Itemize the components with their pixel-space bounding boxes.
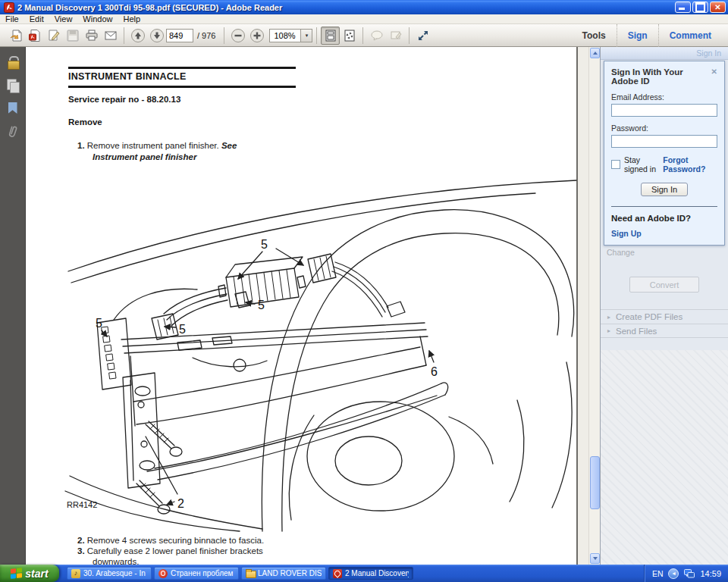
annotate-button[interactable] [386,27,405,45]
scrollbar-thumb[interactable] [590,456,600,509]
toolbar-separator [316,27,317,44]
doc-heading: INSTRUMENT BINNACLE [68,71,187,82]
menu-edit[interactable]: Edit [24,14,49,23]
sign-up-link[interactable]: Sign Up [611,229,717,238]
scrolling-mode-button[interactable] [321,27,340,45]
menu-bar: File Edit View Window Help [0,14,728,24]
menu-file[interactable]: File [0,14,24,23]
network-status-icon[interactable] [684,569,695,578]
zoom-in-icon [249,28,265,43]
attachments-icon[interactable] [7,124,19,138]
open-button[interactable] [6,27,25,45]
toolbar-separator [124,27,124,44]
fit-page-button[interactable] [340,27,359,45]
zoom-out-icon [231,28,246,43]
scroll-down-button[interactable] [590,553,600,564]
send-files-section[interactable]: ▸ Send Files [601,324,728,338]
sign-in-button[interactable]: Sign In [641,183,688,196]
page-thumbnails-icon[interactable] [7,79,19,92]
zoom-level-value: 108% [270,31,300,40]
section-title: Remove [68,117,102,127]
change-label: Change [601,246,728,257]
page-up-icon [130,28,146,43]
sign-pen-button[interactable] [44,27,63,45]
menu-view[interactable]: View [49,14,78,23]
menu-help[interactable]: Help [118,14,146,23]
comment-bubble-icon [370,29,384,42]
chevron-down-icon[interactable]: ▼ [300,30,312,42]
language-indicator[interactable]: EN [652,569,664,578]
step-1-number: 1. [77,141,85,150]
media-player-icon: ♪ [71,569,80,578]
sign-tab[interactable]: Sign [617,24,658,47]
email-label: Email Address: [611,92,717,102]
navigation-rail [0,47,26,565]
save-button[interactable] [63,27,82,45]
zoom-in-button[interactable] [247,27,266,45]
signin-popup-title: Sign In With Your Adobe ID [611,67,708,86]
create-pdf-button[interactable] [25,27,44,45]
callout-5-left: 5 [96,317,102,330]
next-page-button[interactable] [147,27,166,45]
email-field[interactable] [611,104,717,117]
tools-tab[interactable]: Tools [572,24,617,47]
scroll-up-button[interactable] [590,48,600,58]
comment-tab[interactable]: Comment [658,24,722,47]
panel-empty-area [601,350,728,565]
callout-5-right: 5 [258,299,265,311]
binnacle-diagram: 5 5 5 5 6 2 RR4142 [64,174,587,532]
triangle-down-icon [593,557,598,560]
task-folder[interactable]: LAND ROVER DISCOV... [241,567,326,580]
create-pdf-section[interactable]: ▸ Create PDF Files [601,309,728,324]
step-1-text: Remove instrument panel finisher. [87,141,219,150]
minimize-button[interactable] [675,2,691,13]
previous-page-button[interactable] [128,27,147,45]
close-icon[interactable]: ✕ [711,67,717,76]
close-button[interactable]: ✕ [710,2,726,13]
print-button[interactable] [82,27,101,45]
scrolling-mode-icon [324,29,337,42]
sign-pane-header-label: Sign In [696,48,721,58]
comment-bubble-button[interactable] [367,27,386,45]
step-2: 2. Remove 4 screws securing binnacle to … [77,536,264,545]
heading-rule-bottom [68,86,296,88]
restore-button[interactable] [692,2,708,13]
create-pdf-icon [28,29,42,42]
security-lock-icon[interactable] [8,56,18,68]
start-button[interactable]: start [0,565,59,582]
bookmarks-icon[interactable] [8,102,17,114]
canvas-gap [578,47,588,565]
chevron-right-icon: ▸ [607,314,610,321]
task-adobe-reader[interactable]: 2 Manual Discovery 1... [328,567,413,580]
callout-2: 2 [177,497,184,510]
zoom-out-button[interactable] [228,27,247,45]
email-button[interactable] [101,27,120,45]
start-button-label: start [25,568,48,580]
system-tray: EN ◂ 14:59 [644,565,728,582]
page-number-input[interactable] [166,29,193,42]
expand-arrows-icon [416,29,430,42]
folder-icon [246,569,255,578]
pdf-page: INSTRUMENT BINNACLE Service repair no - … [26,47,578,565]
triangle-up-icon [593,52,598,55]
step-1-see: See [221,141,237,150]
task-label: LAND ROVER DISCOV... [258,569,322,577]
task-label: 30. Arabesque - In F... [83,569,147,577]
taskbar: start ♪ 30. Arabesque - In F... Странен … [0,565,728,582]
step-2-text: Remove 4 screws securing binnacle to fas… [87,536,264,545]
window-title: 2 Manual Discovery 1 300Tdi 95-98.pdf (S… [17,3,675,12]
stay-signed-in-checkbox[interactable] [611,160,620,169]
task-media-player[interactable]: ♪ 30. Arabesque - In F... [67,567,152,580]
zoom-level-combo[interactable]: 108% ▼ [269,29,312,42]
forgot-password-link[interactable]: Forgot Password? [663,155,717,174]
hide-icons-chevron-icon[interactable]: ◂ [668,568,679,579]
page-down-icon [149,28,165,43]
task-browser[interactable]: Странен проблем с ... [154,567,239,580]
convert-button[interactable]: Convert [629,277,699,293]
heading-rule-top [68,67,296,69]
menu-window[interactable]: Window [77,14,118,23]
print-icon [85,29,99,42]
fullscreen-button[interactable] [413,27,432,45]
password-field[interactable] [611,135,717,148]
vertical-scrollbar[interactable] [588,47,600,565]
